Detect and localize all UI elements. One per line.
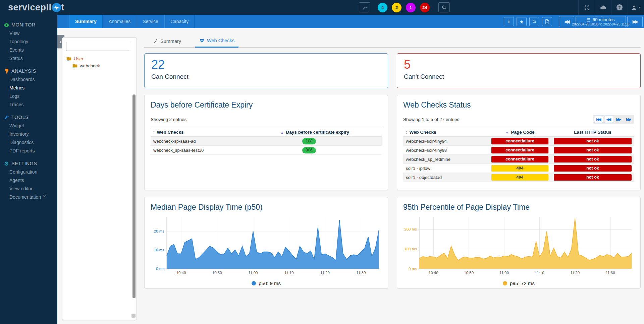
alert-badge-24[interactable]: 24	[420, 3, 430, 12]
can-connect-card[interactable]: 22 Can Connect	[144, 53, 388, 88]
page-code-cell: 404	[489, 173, 551, 182]
column-header-web-checks[interactable]: ▴▾ Web Checks	[403, 128, 489, 137]
http-status-badge: not ok	[554, 147, 632, 153]
pdf-icon	[545, 19, 549, 24]
p50-area-chart[interactable]: 0 ms10 ms20 ms10:4010:5011:0011:1011:201…	[151, 214, 382, 277]
sidebar-item-agents[interactable]: Agents	[0, 176, 57, 184]
fullscreen-button[interactable]	[578, 0, 595, 15]
info-icon: i	[508, 19, 509, 24]
legend-dot	[252, 281, 256, 285]
prev-page-button[interactable]: ◀◀	[604, 116, 613, 123]
tree-search-input[interactable]	[66, 42, 129, 51]
p95-area-chart[interactable]: 0 ms100 ms200 ms10:4010:5011:0011:1011:2…	[403, 214, 634, 277]
tab-summary[interactable]: Summary	[149, 35, 185, 48]
first-page-button[interactable]: |◀◀	[594, 116, 603, 123]
p95-legend[interactable]: p95: 72 ms	[403, 280, 634, 286]
navbar-controls: i ★ ◀◀ 60 minutes	[504, 16, 643, 27]
column-header-last-http-status[interactable]: Last HTTP Status	[551, 128, 634, 137]
table-row[interactable]: webcheck-sp-saas-ad108	[151, 137, 382, 146]
pdf-export-button[interactable]	[542, 17, 552, 26]
alert-badge-4[interactable]: 4	[378, 3, 387, 12]
nav-tab-service[interactable]: Service	[137, 15, 164, 28]
web-check-name-cell: webcheck-solr-tiny94	[403, 137, 489, 146]
time-range-button[interactable]: 60 minutes 2022-04-25 10:36 to 2022-04-2…	[576, 16, 626, 27]
alert-badges: 42124	[378, 3, 430, 12]
svg-text:11:10: 11:10	[535, 271, 544, 275]
zoom-search-button[interactable]	[529, 17, 539, 26]
days-cell: 108	[278, 137, 382, 146]
column-header-days-before-expiry[interactable]: ▲ Days before certificate expiry	[278, 128, 382, 137]
star-icon: ★	[520, 19, 524, 24]
sidebar-item-label: Status	[9, 56, 23, 61]
showing-entries: Showing 2 entries	[151, 117, 186, 122]
sidebar-item-view-editor[interactable]: View editor	[0, 184, 57, 193]
card-title: Web Checks Status	[403, 101, 634, 110]
sidebar-item-label: Widget	[9, 123, 24, 128]
tab-web-checks[interactable]: Web Checks	[195, 35, 238, 48]
sidebar-item-diagnostics[interactable]: Diagnostics	[0, 138, 57, 146]
external-link-icon	[43, 195, 47, 199]
logo-text-suffix: t	[61, 2, 65, 13]
sidebar-item-documentation[interactable]: Documentation	[0, 193, 57, 201]
sidebar-item-label: View	[9, 30, 19, 36]
topbar-right: ?	[578, 0, 644, 15]
certificate-expiry-table: ▴▾ Web Checks ▲ Days before certificate …	[151, 128, 382, 155]
nav-tab-capacity[interactable]: Capacity	[164, 15, 195, 28]
eye-icon	[4, 22, 9, 28]
tree-node-user[interactable]: User	[66, 56, 133, 61]
info-button[interactable]: i	[504, 17, 514, 26]
table-row[interactable]: webcheck_sp_redmineconnectfailurenot ok	[403, 155, 634, 164]
user-menu-button[interactable]	[628, 0, 644, 15]
gears-icon: ⚙	[4, 161, 9, 167]
sidebar-item-logs[interactable]: Logs	[0, 92, 57, 100]
web-check-name-cell: solr1 - objectdatad	[403, 173, 489, 182]
sidebar-item-status[interactable]: Status	[0, 54, 57, 62]
page-code-cell: 404	[489, 164, 551, 173]
sidebar-item-traces[interactable]: Traces	[0, 100, 57, 109]
sidebar-item-label: Dashboards	[9, 77, 35, 82]
wand-button[interactable]	[359, 2, 370, 12]
time-forward-button[interactable]: ▶▶	[627, 16, 643, 27]
sidebar-item-inventory[interactable]: Inventory	[0, 130, 57, 138]
sidebar-item-label: Documentation	[9, 194, 41, 200]
alert-badge-1[interactable]: 1	[406, 3, 416, 12]
next-page-button[interactable]: ▶▶	[614, 116, 623, 123]
sidebar-item-label: Configuration	[9, 169, 37, 175]
column-header-web-checks[interactable]: ▴▾ Web Checks	[151, 128, 278, 137]
alert-badge-2[interactable]: 2	[392, 3, 401, 12]
sidebar-item-view[interactable]: View	[0, 29, 57, 37]
table-row[interactable]: solr1 - ipflow404not ok	[403, 164, 634, 173]
sidebar-item-pdf-reports[interactable]: PDF reports	[0, 146, 57, 155]
p50-legend[interactable]: p50: 9 ms	[151, 280, 382, 286]
last-page-icon: ▶▶|	[626, 117, 631, 122]
sidebar-item-topology[interactable]: Topology	[0, 37, 57, 46]
can-connect-label: Can Connect	[151, 73, 381, 80]
sidebar-header-label: TOOLS	[11, 115, 29, 120]
cant-connect-card[interactable]: 5 Can't Connect	[397, 53, 641, 88]
favorite-button[interactable]: ★	[517, 17, 527, 26]
last-page-button[interactable]: ▶▶|	[624, 116, 633, 123]
help-button[interactable]: ?	[611, 0, 628, 15]
table-row[interactable]: solr1 - objectdatad404not ok	[403, 173, 634, 182]
sidebar-item-dashboards[interactable]: Dashboards	[0, 75, 57, 83]
svg-text:11:00: 11:00	[249, 271, 258, 275]
tree-node-webcheck[interactable]: webcheck	[72, 63, 133, 68]
legend-dot	[503, 281, 507, 285]
table-row[interactable]: webcheck-solr-tiny98connectfailurenot ok	[403, 146, 634, 155]
tree-scrollbar-corner	[131, 314, 136, 318]
column-header-page-code[interactable]: ▼ Page Code	[489, 128, 551, 137]
sidebar-item-widget[interactable]: Widget	[0, 121, 57, 130]
nav-tab-anomalies[interactable]: Anomalies	[103, 15, 137, 28]
sidebar-item-metrics[interactable]: Metrics	[0, 83, 57, 92]
tree-scrollbar[interactable]	[132, 94, 136, 298]
search-button[interactable]	[438, 2, 450, 12]
nav-tab-summary[interactable]: Summary	[69, 15, 103, 28]
user-icon	[631, 5, 637, 10]
cloud-button[interactable]	[595, 0, 611, 15]
table-row[interactable]: webcheck-solr-tiny94connectfailurenot ok	[403, 137, 634, 146]
sidebar-section-monitor: MONITORViewTopologyEventsStatus	[0, 21, 57, 62]
app: servicepil t 42124	[0, 0, 644, 324]
table-row[interactable]: webcheck_sp-saas-test10806	[151, 146, 382, 155]
sidebar-item-configuration[interactable]: Configuration	[0, 168, 57, 176]
sidebar-item-events[interactable]: Events	[0, 46, 57, 54]
